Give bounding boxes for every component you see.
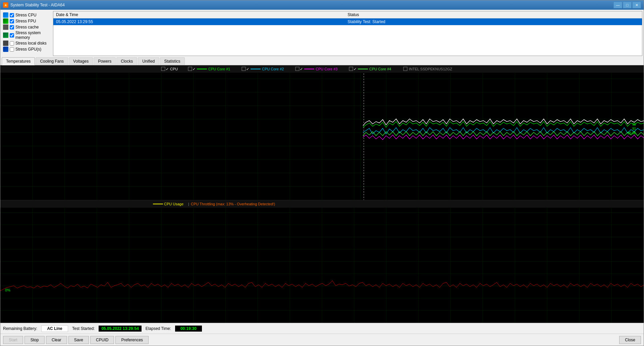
- preferences-button[interactable]: Preferences: [115, 336, 149, 344]
- elapsed-label: Elapsed Time:: [146, 326, 171, 331]
- svg-text:INTEL SSDPEKNUS12GZ: INTEL SSDPEKNUS12GZ: [409, 67, 452, 71]
- test-started-value: 05.05.2022 13:29:54: [99, 326, 141, 332]
- tab-cooling-fans[interactable]: Cooling Fans: [36, 57, 68, 65]
- log-col-status: Status: [345, 11, 642, 18]
- svg-text:✓: ✓: [246, 67, 249, 71]
- cpu-stress-icon: [3, 12, 8, 18]
- stress-cpu-item: Stress CPU: [3, 12, 49, 18]
- stress-disks-label: Stress local disks: [15, 41, 47, 46]
- tab-clocks[interactable]: Clocks: [116, 57, 137, 65]
- svg-text:A: A: [5, 4, 6, 6]
- action-bar: Start Stop Clear Save CPUID Preferences …: [0, 334, 644, 346]
- elapsed-value: 00:19:30: [175, 326, 202, 332]
- log-table: Date & Time Status 05.05.2022 13:29:55 S…: [53, 11, 642, 56]
- stress-cache-checkbox[interactable]: [10, 25, 14, 29]
- gpu-stress-icon: [3, 47, 8, 52]
- svg-rect-94: [0, 200, 644, 208]
- stress-memory-label: Stress system memory: [15, 30, 49, 40]
- usage-chart-svg: 100% 0% 100% CPU Usage | CPU Throttling …: [0, 200, 644, 323]
- stress-disks-checkbox[interactable]: [10, 41, 14, 46]
- tabs-bar: Temperatures Cooling Fans Voltages Power…: [0, 56, 644, 65]
- stress-gpu-checkbox[interactable]: [10, 47, 14, 52]
- svg-text:CPU Core #4: CPU Core #4: [369, 67, 391, 71]
- close-window-button[interactable]: ✕: [632, 2, 641, 8]
- stress-fpu-item: Stress FPU: [3, 18, 49, 24]
- top-section: Stress CPU Stress FPU Stress cache Stres…: [0, 10, 644, 56]
- window-controls: — □ ✕: [613, 2, 641, 8]
- svg-text:|: |: [188, 202, 189, 206]
- stress-disks-item: Stress local disks: [3, 41, 49, 46]
- temp-chart-svg: 100°C 0°C 13:29:54 95 91 86·86 ✓ CPU ✓: [0, 65, 644, 200]
- stress-cache-label: Stress cache: [15, 25, 39, 29]
- stress-cpu-label: Stress CPU: [15, 13, 37, 17]
- stress-fpu-checkbox[interactable]: [10, 19, 14, 23]
- fpu-stress-icon: [3, 18, 8, 24]
- tab-unified[interactable]: Unified: [138, 57, 159, 65]
- svg-text:✓: ✓: [166, 67, 169, 71]
- cpuid-button[interactable]: CPUID: [90, 336, 114, 344]
- cache-stress-icon: [3, 24, 8, 30]
- svg-text:CPU Core #3: CPU Core #3: [316, 67, 337, 71]
- svg-text:95: 95: [632, 123, 636, 126]
- tab-voltages[interactable]: Voltages: [69, 57, 93, 65]
- content-area: Stress CPU Stress FPU Stress cache Stres…: [0, 10, 644, 346]
- minimize-button[interactable]: —: [613, 2, 622, 8]
- stress-gpu-item: Stress GPU(s): [3, 47, 49, 52]
- svg-text:91: 91: [632, 127, 636, 131]
- svg-text:CPU Usage: CPU Usage: [164, 202, 183, 206]
- temperature-chart: 100°C 0°C 13:29:54 95 91 86·86 ✓ CPU ✓: [0, 65, 644, 200]
- main-window: A System Stability Test - AIDA64 — □ ✕ S…: [0, 0, 644, 346]
- svg-text:CPU Core #1: CPU Core #1: [208, 67, 230, 71]
- svg-text:CPU Throttling (max: 13% - Ove: CPU Throttling (max: 13% - Overheating D…: [191, 202, 275, 206]
- tab-temperatures[interactable]: Temperatures: [2, 57, 35, 65]
- disk-stress-icon: [3, 41, 8, 46]
- svg-text:✓: ✓: [354, 67, 357, 71]
- window-title: System Stability Test - AIDA64: [10, 3, 613, 7]
- stress-cpu-checkbox[interactable]: [10, 13, 14, 17]
- battery-label: Remaining Battery:: [3, 326, 37, 331]
- title-bar: A System Stability Test - AIDA64 — □ ✕: [0, 0, 644, 10]
- stress-fpu-label: Stress FPU: [15, 19, 36, 23]
- svg-text:CPU: CPU: [170, 67, 178, 71]
- stress-memory-checkbox[interactable]: [10, 33, 14, 38]
- log-row[interactable]: 05.05.2022 13:29:55 Stability Test: Star…: [53, 18, 642, 25]
- tab-statistics[interactable]: Statistics: [160, 57, 185, 65]
- stress-gpu-label: Stress GPU(s): [15, 47, 41, 52]
- svg-text:86·86: 86·86: [628, 131, 636, 135]
- clear-button[interactable]: Clear: [46, 336, 67, 344]
- bottom-info-bar: Remaining Battery: AC Line Test Started:…: [0, 323, 644, 334]
- stress-cache-item: Stress cache: [3, 24, 49, 30]
- svg-text:CPU Core #2: CPU Core #2: [262, 67, 284, 71]
- close-button[interactable]: Close: [619, 336, 641, 344]
- stress-memory-item: Stress system memory: [3, 30, 49, 40]
- test-started-label: Test Started:: [72, 326, 95, 331]
- svg-text:✓: ✓: [193, 67, 196, 71]
- maximize-button[interactable]: □: [623, 2, 632, 8]
- cpu-usage-chart: 100% 0% 100% CPU Usage | CPU Throttling …: [0, 200, 644, 323]
- svg-text:0%: 0%: [5, 288, 10, 292]
- start-button[interactable]: Start: [3, 336, 23, 344]
- log-status: Stability Test: Started: [345, 18, 642, 25]
- charts-area: 100°C 0°C 13:29:54 95 91 86·86 ✓ CPU ✓: [0, 65, 644, 323]
- memory-stress-icon: [3, 32, 8, 38]
- log-datetime: 05.05.2022 13:29:55: [53, 18, 345, 25]
- tab-powers[interactable]: Powers: [94, 57, 116, 65]
- stop-button[interactable]: Stop: [24, 336, 45, 344]
- save-button[interactable]: Save: [68, 336, 89, 344]
- app-icon: A: [3, 2, 8, 8]
- svg-text:✓: ✓: [300, 67, 303, 71]
- stress-options-list: Stress CPU Stress FPU Stress cache Stres…: [2, 11, 50, 56]
- battery-value: AC Line: [41, 325, 68, 332]
- log-col-datetime: Date & Time: [53, 11, 345, 18]
